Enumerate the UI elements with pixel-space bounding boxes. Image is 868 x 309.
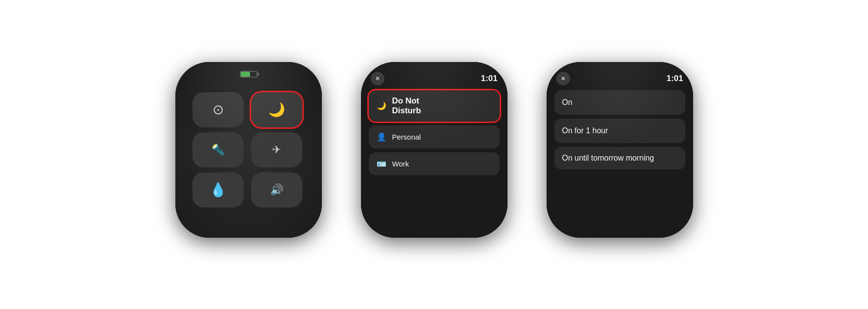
work-icon: 🪪 — [377, 159, 386, 168]
water-button[interactable]: 💧 — [192, 172, 244, 207]
battery-fill — [241, 72, 250, 77]
airplane-icon: ✈ — [272, 144, 281, 156]
on-label: On — [562, 98, 572, 106]
flashlight-button[interactable]: 🔦 — [192, 132, 244, 167]
close-icon: ✕ — [375, 75, 380, 82]
watch-3-header: ✕ 1:01 — [554, 72, 685, 85]
watch-3-screen: ✕ 1:01 On On for 1 hour On until tomorro… — [547, 62, 693, 238]
watch-2-screen: ✕ 1:01 🌙 Do NotDisturb 👤 Personal 🪪 Work — [361, 62, 508, 238]
close-button[interactable]: ✕ — [371, 72, 384, 85]
watch-2-header: ✕ 1:01 — [369, 72, 500, 85]
dnd-label: Do NotDisturb — [392, 96, 422, 116]
watch-1-screen: ⊙ 🌙 🔦 ✈ 💧 — [175, 62, 322, 238]
watch-2-body: ✕ 1:01 🌙 Do NotDisturb 👤 Personal 🪪 Work — [361, 62, 508, 238]
personal-menu-item[interactable]: 👤 Personal — [369, 125, 500, 148]
dnd-button[interactable]: 🌙 — [251, 92, 302, 127]
watch-2-time: 1:01 — [481, 74, 497, 83]
watch-3: ✕ 1:01 On On for 1 hour On until tomorro… — [542, 62, 698, 247]
options-menu: ✕ 1:01 On On for 1 hour On until tomorro… — [547, 62, 693, 238]
watch-3-time: 1:01 — [666, 74, 683, 83]
watch-2: ✕ 1:01 🌙 Do NotDisturb 👤 Personal 🪪 Work — [356, 62, 512, 247]
watch-1: ⊙ 🌙 🔦 ✈ 💧 — [170, 62, 327, 247]
moon-icon: 🌙 — [268, 102, 285, 118]
volume-icon: 🔊 — [270, 184, 283, 196]
watch-1-body: ⊙ 🌙 🔦 ✈ 💧 — [175, 62, 322, 238]
personal-label: Personal — [392, 133, 421, 142]
work-label: Work — [392, 160, 409, 168]
on-hour-label: On for 1 hour — [562, 126, 608, 135]
on-option[interactable]: On — [554, 90, 685, 115]
on-tomorrow-option[interactable]: On until tomorrow morning — [554, 147, 685, 169]
control-center: ⊙ 🌙 🔦 ✈ 💧 — [175, 62, 322, 238]
camera-icon: ⊙ — [212, 102, 224, 118]
work-menu-item[interactable]: 🪪 Work — [369, 152, 500, 175]
on-tomorrow-label: On until tomorrow morning — [562, 154, 655, 162]
close-icon-3: ✕ — [561, 75, 566, 82]
close-button-3[interactable]: ✕ — [556, 72, 570, 85]
personal-icon: 👤 — [377, 132, 386, 142]
battery-indicator — [240, 71, 257, 78]
on-hour-option[interactable]: On for 1 hour — [554, 119, 685, 143]
watch-3-body: ✕ 1:01 On On for 1 hour On until tomorro… — [547, 62, 693, 238]
water-icon: 💧 — [210, 182, 227, 198]
control-center-grid: ⊙ 🌙 🔦 ✈ 💧 — [192, 92, 305, 207]
flashlight-icon: 🔦 — [212, 144, 225, 156]
dnd-menu: ✕ 1:01 🌙 Do NotDisturb 👤 Personal 🪪 Work — [361, 62, 508, 238]
dnd-moon-icon: 🌙 — [377, 101, 386, 110]
dnd-menu-item[interactable]: 🌙 Do NotDisturb — [369, 90, 500, 122]
volume-button[interactable]: 🔊 — [251, 172, 302, 207]
camera-button[interactable]: ⊙ — [192, 92, 244, 127]
airplane-button[interactable]: ✈ — [251, 132, 302, 167]
